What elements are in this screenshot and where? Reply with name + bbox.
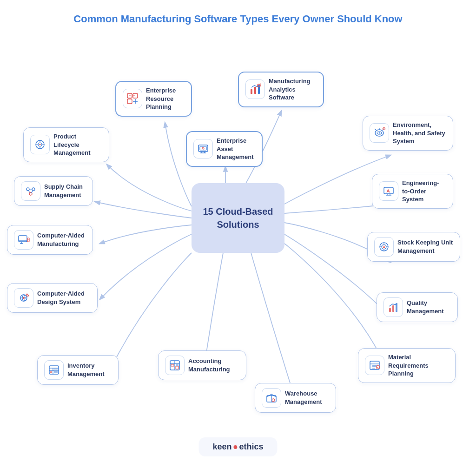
node-inv: Inventory Management (37, 355, 119, 385)
node-qm: Quality Management (377, 292, 458, 322)
svg-rect-19 (19, 236, 27, 242)
eto-label: Engineering- to-Order System (402, 179, 439, 204)
svg-point-44 (272, 399, 275, 402)
svg-rect-65 (396, 303, 397, 312)
ehs-icon (370, 123, 389, 143)
svg-point-57 (382, 244, 386, 249)
diagram-container: 15 Cloud-BasedSolutions Enterprise Resou… (0, 30, 476, 434)
svg-point-58 (383, 246, 385, 248)
sku-icon (374, 237, 394, 257)
cam-label: Computer-Aided Manufacturing (37, 231, 85, 248)
svg-point-48 (379, 132, 380, 134)
svg-rect-64 (392, 305, 394, 312)
title-part1: Common Manufacturing Software Types (73, 13, 271, 25)
plm-icon (30, 135, 50, 154)
node-mas: Manufacturing Analytics Software (238, 72, 324, 107)
mas-label: Manufacturing Analytics Software (269, 77, 317, 102)
center-box: 15 Cloud-BasedSolutions (192, 183, 284, 253)
mrp-label: Material Requirements Planning (388, 353, 429, 378)
sku-label: Stock Keeping Unit Management (397, 238, 453, 255)
footer: keenethics (198, 437, 277, 456)
qm-icon (383, 297, 403, 317)
svg-rect-40 (176, 366, 178, 369)
eam-label: Enterprise Asset Management (217, 137, 253, 161)
svg-rect-2 (127, 99, 132, 104)
node-eam: Enterprise Asset Management (186, 131, 263, 167)
acc-label: Accounting Manufacturing (188, 357, 230, 373)
page-title: Common Manufacturing Software Types Ever… (0, 0, 476, 30)
svg-rect-39 (171, 364, 174, 366)
svg-rect-4 (254, 87, 256, 94)
eam-icon (193, 139, 213, 158)
svg-point-27 (23, 297, 25, 299)
cad-icon (14, 288, 33, 308)
wh-label: Warehouse Management (285, 389, 322, 406)
plm-label: Product Lifecycle Management (53, 132, 90, 157)
inv-icon (44, 360, 64, 380)
scm-icon (21, 181, 40, 201)
svg-rect-32 (50, 371, 52, 373)
erp-icon (123, 89, 142, 108)
qm-label: Quality Management (407, 299, 443, 315)
node-ehs: Environment, Health, and Safety System (363, 116, 453, 151)
svg-point-12 (202, 147, 204, 149)
svg-point-18 (29, 192, 32, 195)
mas-icon (245, 79, 265, 99)
footer-part1: keen (212, 442, 231, 452)
node-cam: Computer-Aided Manufacturing (7, 225, 93, 255)
node-erp: Enterprise Resource Planning (115, 81, 192, 117)
svg-point-16 (26, 188, 29, 191)
acc-icon (165, 356, 185, 375)
node-cad: Computer-Aided Design System (7, 283, 98, 313)
node-sku: Stock Keeping Unit Management (367, 232, 460, 262)
cam-icon (14, 230, 33, 250)
eto-icon (379, 181, 398, 201)
node-mrp: Material Requirements Planning (358, 348, 456, 383)
cad-label: Computer-Aided Design System (37, 290, 85, 306)
erp-label: Enterprise Resource Planning (146, 86, 176, 111)
ehs-label: Environment, Health, and Safety System (393, 121, 445, 145)
svg-point-15 (40, 144, 41, 145)
svg-rect-3 (251, 89, 252, 94)
node-plm: Product Lifecycle Management (23, 127, 109, 162)
title-part2: Every Owner Should Know (272, 13, 403, 25)
node-scm: Supply Chain Management (14, 176, 93, 206)
node-wh: Warehouse Management (255, 383, 336, 413)
svg-rect-63 (389, 308, 391, 312)
svg-point-17 (32, 188, 35, 191)
node-acc: Accounting Manufacturing (158, 350, 246, 380)
mrp-icon (365, 356, 384, 375)
footer-part2: ethics (239, 442, 264, 452)
scm-label: Supply Chain Management (44, 183, 83, 199)
center-text: 15 Cloud-BasedSolutions (203, 205, 273, 231)
node-eto: Engineering- to-Order System (372, 174, 453, 209)
inv-label: Inventory Management (67, 362, 104, 378)
svg-rect-8 (200, 146, 206, 150)
wh-icon (262, 388, 281, 408)
footer-dot (234, 445, 238, 449)
